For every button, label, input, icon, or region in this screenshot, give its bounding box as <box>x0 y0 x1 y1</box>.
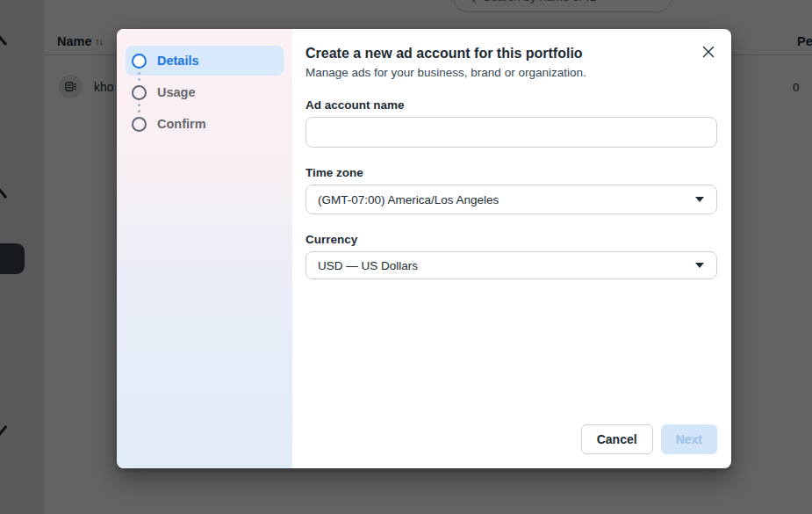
ad-account-name-group: Ad account name <box>305 98 717 148</box>
time-zone-select[interactable]: (GMT-07:00) America/Los Angeles <box>305 185 717 214</box>
time-zone-value: (GMT-07:00) America/Los Angeles <box>318 193 499 206</box>
currency-group: Currency USD — US Dollars <box>305 233 717 279</box>
dialog-content: Create a new ad account for this portfol… <box>292 29 731 468</box>
ad-account-name-label: Ad account name <box>305 98 717 112</box>
currency-label: Currency <box>305 233 717 246</box>
currency-value: USD — US Dollars <box>318 259 418 272</box>
chevron-down-icon <box>695 197 704 202</box>
chevron-down-icon <box>695 263 704 268</box>
dialog-title: Create a new ad account for this portfol… <box>305 45 717 62</box>
step-connector-dot <box>138 72 140 75</box>
currency-select[interactable]: USD — US Dollars <box>305 251 717 279</box>
step-indicator-icon <box>132 117 147 132</box>
close-button[interactable] <box>698 41 719 62</box>
time-zone-label: Time zone <box>305 166 717 179</box>
cancel-button[interactable]: Cancel <box>581 424 653 454</box>
ad-account-name-input[interactable] <box>305 117 717 148</box>
step-label: Confirm <box>157 117 206 131</box>
step-confirm[interactable]: Confirm <box>126 109 284 139</box>
dialog-footer: Cancel Next <box>581 424 717 454</box>
wizard-steps-sidebar: Details Usage Confirm <box>117 29 292 468</box>
step-indicator-icon <box>132 54 147 69</box>
step-label: Usage <box>157 85 196 99</box>
time-zone-group: Time zone (GMT-07:00) America/Los Angele… <box>305 166 717 214</box>
screen: Search by name or ID Name ↑↓ People kho … <box>0 0 812 514</box>
step-connector-dot <box>138 104 140 106</box>
step-indicator-icon <box>132 85 147 100</box>
create-ad-account-dialog: Details Usage Confirm <box>117 29 731 468</box>
next-button[interactable]: Next <box>661 424 717 454</box>
step-details[interactable]: Details <box>126 46 284 76</box>
step-label: Details <box>157 54 199 68</box>
dialog-subtitle: Manage ads for your business, brand or o… <box>305 65 717 80</box>
step-usage[interactable]: Usage <box>126 77 284 107</box>
close-icon <box>701 45 715 59</box>
